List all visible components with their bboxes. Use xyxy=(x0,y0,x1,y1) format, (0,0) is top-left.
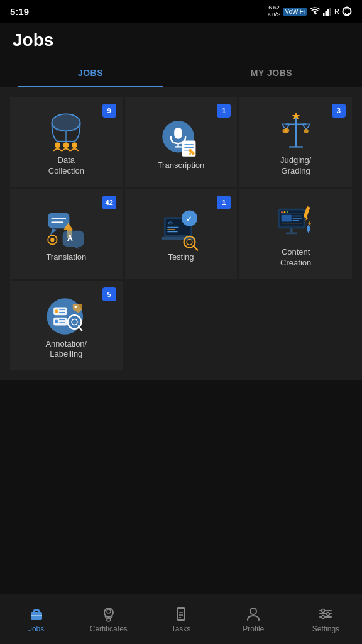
svg-text:</>: </> xyxy=(167,221,173,225)
icon-data-collection xyxy=(43,110,89,155)
svg-text:A: A xyxy=(67,234,73,243)
svg-point-4 xyxy=(343,8,351,16)
job-data-collection[interactable]: 9 DataCollection xyxy=(10,97,123,187)
nav-settings[interactable]: Settings xyxy=(290,601,362,638)
svg-point-91 xyxy=(107,609,111,613)
tab-my-jobs[interactable]: MY JOBS xyxy=(181,59,362,87)
svg-rect-1 xyxy=(326,11,327,16)
svg-rect-68 xyxy=(290,228,293,232)
job-judging-grading[interactable]: 3 Judging/Grading xyxy=(239,97,352,187)
svg-rect-0 xyxy=(323,13,325,16)
tab-jobs[interactable]: JOBS xyxy=(0,59,181,87)
svg-point-105 xyxy=(327,612,330,615)
jobs-grid: 9 DataCollection xyxy=(10,97,352,370)
icon-content-creation xyxy=(273,202,319,247)
label-annotation-labelling: Annotation/Labelling xyxy=(45,339,87,360)
svg-point-100 xyxy=(250,608,256,614)
label-transcription: Transcription xyxy=(158,160,205,171)
svg-point-104 xyxy=(322,609,325,612)
svg-point-7 xyxy=(55,142,60,148)
network-speed: 6.62KB/S xyxy=(268,4,281,18)
nav-profile[interactable]: Profile xyxy=(217,601,290,638)
badge-judging-grading: 3 xyxy=(332,104,346,118)
header: Jobs xyxy=(0,23,362,59)
svg-rect-39 xyxy=(63,231,84,247)
svg-marker-71 xyxy=(305,217,309,220)
svg-point-60 xyxy=(283,211,285,213)
jobs-grid-container: 9 DataCollection xyxy=(0,87,362,380)
svg-point-79 xyxy=(55,319,58,323)
svg-rect-16 xyxy=(174,128,182,139)
status-bar: 5:19 6.62KB/S VoWiFi R xyxy=(0,0,362,23)
label-translation: Translation xyxy=(46,252,86,263)
page-title: Jobs xyxy=(13,30,53,50)
badge-translation: 42 xyxy=(102,196,116,209)
status-time: 5:19 xyxy=(10,6,29,17)
svg-line-55 xyxy=(194,246,198,250)
roaming-label: R xyxy=(334,8,339,15)
nav-certificates[interactable]: Certificates xyxy=(72,601,145,638)
svg-point-9 xyxy=(72,142,77,148)
badge-transcription: 1 xyxy=(217,104,231,118)
jobs-nav-icon xyxy=(28,606,45,622)
svg-line-94 xyxy=(110,618,111,621)
nav-certificates-label: Certificates xyxy=(90,625,128,633)
svg-marker-35 xyxy=(50,228,57,235)
svg-point-32 xyxy=(285,128,289,133)
nav-jobs-label: Jobs xyxy=(28,625,44,633)
svg-rect-69 xyxy=(285,232,297,234)
svg-text:✓: ✓ xyxy=(186,215,192,223)
svg-rect-62 xyxy=(281,214,291,221)
job-content-creation[interactable]: ContentCreation xyxy=(239,189,352,279)
profile-nav-icon xyxy=(245,606,261,622)
job-translation[interactable]: 42 A Translation xyxy=(10,189,123,279)
svg-point-59 xyxy=(281,211,283,213)
svg-marker-40 xyxy=(73,247,80,250)
svg-point-33 xyxy=(304,129,308,133)
svg-marker-72 xyxy=(307,221,312,225)
label-data-collection: DataCollection xyxy=(48,155,84,177)
badge-data-collection: 9 xyxy=(102,104,116,118)
svg-line-93 xyxy=(107,618,107,621)
job-annotation-labelling[interactable]: 5 Annotation/Label xyxy=(10,281,123,370)
label-judging-grading: Judging/Grading xyxy=(280,155,311,177)
certificates-nav-icon xyxy=(101,606,117,622)
settings-nav-icon xyxy=(317,606,334,622)
bottom-nav: Jobs Certificates Tasks Profile xyxy=(0,594,362,644)
svg-point-8 xyxy=(63,142,69,148)
badge-testing: 1 xyxy=(217,196,231,209)
carrier-label: VoWiFi xyxy=(283,8,307,16)
badge-annotation-labelling: 5 xyxy=(102,287,116,301)
nav-profile-label: Profile xyxy=(243,625,264,633)
status-right: 6.62KB/S VoWiFi R xyxy=(268,4,352,18)
label-testing: Testing xyxy=(168,252,194,263)
signal-icon xyxy=(323,7,332,16)
tasks-nav-icon xyxy=(173,606,189,622)
svg-rect-96 xyxy=(178,607,184,609)
svg-point-43 xyxy=(51,238,55,242)
nav-jobs[interactable]: Jobs xyxy=(0,601,72,638)
svg-rect-88 xyxy=(34,610,39,613)
svg-point-28 xyxy=(302,123,310,126)
nav-tasks-label: Tasks xyxy=(172,625,191,633)
svg-rect-2 xyxy=(327,9,329,16)
svg-point-75 xyxy=(55,309,58,313)
icon-annotation-labelling xyxy=(43,294,89,339)
nav-tasks[interactable]: Tasks xyxy=(145,601,217,638)
svg-rect-3 xyxy=(330,8,332,16)
wifi-icon xyxy=(309,7,321,16)
svg-point-86 xyxy=(75,305,77,308)
svg-point-61 xyxy=(287,211,288,213)
job-transcription[interactable]: 1 Transcription xyxy=(125,97,238,187)
svg-point-54 xyxy=(187,240,192,245)
data-icon xyxy=(342,6,352,16)
nav-settings-label: Settings xyxy=(312,625,339,633)
svg-point-106 xyxy=(322,615,325,618)
icon-judging-grading xyxy=(273,110,319,155)
label-content-creation: ContentCreation xyxy=(280,247,311,269)
icon-testing: </> ✓ xyxy=(158,207,204,252)
tab-bar: JOBS MY JOBS xyxy=(0,59,362,87)
icon-transcription xyxy=(158,115,204,160)
job-testing[interactable]: 1 </> ✓ Testing xyxy=(125,189,238,279)
svg-point-27 xyxy=(282,123,290,126)
